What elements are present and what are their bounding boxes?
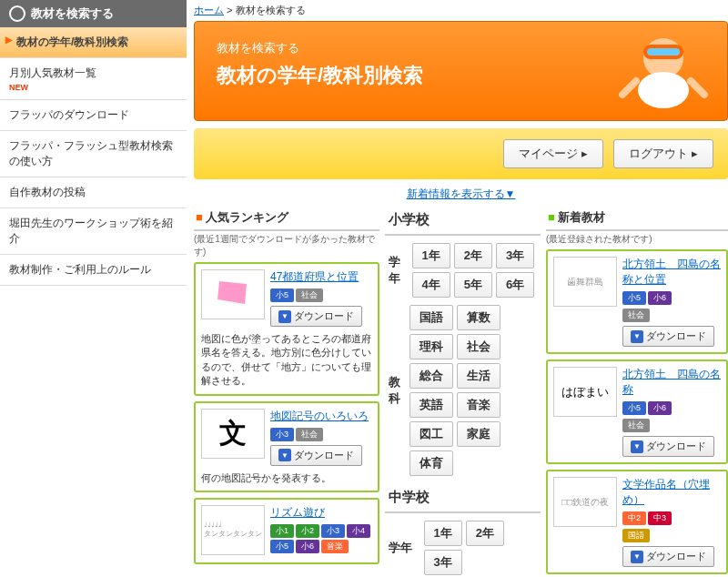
logout-button[interactable]: ログアウト ▸: [613, 139, 713, 168]
thumb: 文: [201, 409, 265, 459]
menu-workshop[interactable]: 堀田先生のワークショップ術を紹介: [0, 208, 187, 255]
new-card: はぼまい 北方領土 四島の名称 小5小6 社会 ダウンロード: [546, 359, 728, 464]
grade-option[interactable]: 1年: [424, 521, 462, 546]
ranking-card: 47都道府県と位置 小5社会 ダウンロード 地図に色が塗ってあるところの都道府県…: [194, 262, 379, 396]
menu-rules[interactable]: 教材制作・ご利用上のルール: [0, 255, 187, 286]
subject-option[interactable]: 英語: [410, 392, 453, 418]
ranking-card: 文 地図記号のいろいろ 小3社会 ダウンロード 何の地図記号かを発表する。: [194, 401, 379, 492]
menu-submit[interactable]: 自作教材の投稿: [0, 177, 187, 208]
card-title-link[interactable]: 文学作品名（穴埋め）: [622, 477, 721, 508]
grade-option[interactable]: 3年: [496, 243, 534, 268]
grade-option[interactable]: 1年: [412, 243, 450, 268]
new-info-link[interactable]: 新着情報を表示する▼: [407, 187, 516, 200]
new-badge: NEW: [9, 83, 177, 92]
menu-monthly[interactable]: 月別人気教材一覧NEW: [0, 58, 187, 100]
subject-label: 教科: [389, 374, 400, 407]
download-button[interactable]: ダウンロード: [622, 546, 714, 567]
menu-label: 月別人気教材一覧: [9, 66, 96, 79]
subject-option[interactable]: 理科: [410, 334, 453, 359]
new-title: 新着教材: [546, 206, 728, 231]
svg-point-3: [638, 72, 689, 108]
ranking-title: 人気ランキング: [194, 206, 379, 231]
thumb: 歯舞群島: [553, 257, 617, 307]
grade-option[interactable]: 4年: [412, 272, 450, 298]
menu-grade-subject[interactable]: 教材の学年/教科別検索: [0, 27, 187, 58]
card-desc: 地図に色が塗ってあるところの都道府県名を答える。地方別に色分けしているので、併せ…: [201, 332, 372, 389]
thumb: はぼまい: [553, 367, 617, 417]
new-info-bar: 新着情報を表示する▼: [194, 183, 728, 206]
subject-option[interactable]: 社会: [457, 334, 500, 359]
ranking-sub: (最近1週間でダウンロードが多かった教材です): [194, 233, 379, 258]
grade-label: 学年: [389, 254, 403, 287]
grade-option[interactable]: 2年: [466, 521, 504, 546]
grade-option[interactable]: 2年: [454, 243, 492, 268]
sidebar-header: 教材を検索する: [0, 0, 187, 27]
subject-option[interactable]: 生活: [457, 363, 500, 389]
subject-option[interactable]: 音楽: [457, 392, 500, 418]
mascot-icon: [609, 26, 718, 117]
thumb: [201, 269, 265, 319]
ranking-card: ♩♩♩♩♩タンタンタンタン リズム遊び 小1小2小3小4小5小6音楽: [194, 498, 379, 564]
card-title-link[interactable]: 北方領土 四島の名称と位置: [622, 257, 721, 288]
mypage-button[interactable]: マイページ ▸: [503, 139, 603, 168]
new-card: □□鉄道の夜 文学作品名（穴埋め） 中2中3 国語 ダウンロード: [546, 470, 728, 574]
download-button[interactable]: ダウンロード: [270, 445, 362, 466]
download-button[interactable]: ダウンロード: [622, 436, 714, 457]
action-bar: マイページ ▸ ログアウト ▸: [194, 128, 728, 179]
download-button[interactable]: ダウンロード: [270, 306, 362, 327]
breadcrumb: ホーム > 教材を検索する: [194, 0, 728, 21]
grade-option[interactable]: 3年: [424, 550, 462, 575]
new-card: 歯舞群島 北方領土 四島の名称と位置 小5小6 社会 ダウンロード: [546, 249, 728, 354]
card-title-link[interactable]: 47都道府県と位置: [270, 269, 372, 285]
elementary-title: 小学校: [385, 206, 541, 236]
download-button[interactable]: ダウンロード: [622, 326, 714, 347]
breadcrumb-home[interactable]: ホーム: [194, 5, 224, 15]
thumb: □□鉄道の夜: [553, 477, 617, 527]
thumb: ♩♩♩♩♩タンタンタンタン: [201, 505, 265, 555]
new-sub: (最近登録された教材です): [546, 233, 728, 246]
grade-option[interactable]: 5年: [454, 272, 492, 298]
menu-flapper-dl[interactable]: フラッパのダウンロード: [0, 100, 187, 131]
subject-option[interactable]: 算数: [457, 305, 500, 330]
subject-option[interactable]: 総合: [410, 363, 453, 389]
breadcrumb-current: 教材を検索する: [236, 5, 306, 15]
tags: 小5社会: [270, 288, 372, 302]
hero-banner: 教材を検索する 教材の学年/教科別検索: [194, 21, 728, 121]
grade-option[interactable]: 6年: [496, 272, 534, 298]
subject-option[interactable]: 家庭: [457, 421, 500, 447]
subject-option[interactable]: 図工: [410, 421, 453, 447]
card-title-link[interactable]: リズム遊び: [270, 505, 372, 521]
subject-option[interactable]: 国語: [410, 305, 453, 330]
junior-title: 中学校: [385, 483, 541, 513]
svg-rect-2: [647, 48, 680, 56]
card-title-link[interactable]: 北方領土 四島の名称: [622, 367, 721, 398]
card-desc: 何の地図記号かを発表する。: [201, 471, 372, 485]
subject-option[interactable]: 体育: [410, 450, 453, 476]
grade-label: 学年: [389, 540, 415, 556]
card-title-link[interactable]: 地図記号のいろいろ: [270, 409, 372, 424]
menu-howto[interactable]: フラッパ・フラッシュ型教材検索の使い方: [0, 131, 187, 177]
